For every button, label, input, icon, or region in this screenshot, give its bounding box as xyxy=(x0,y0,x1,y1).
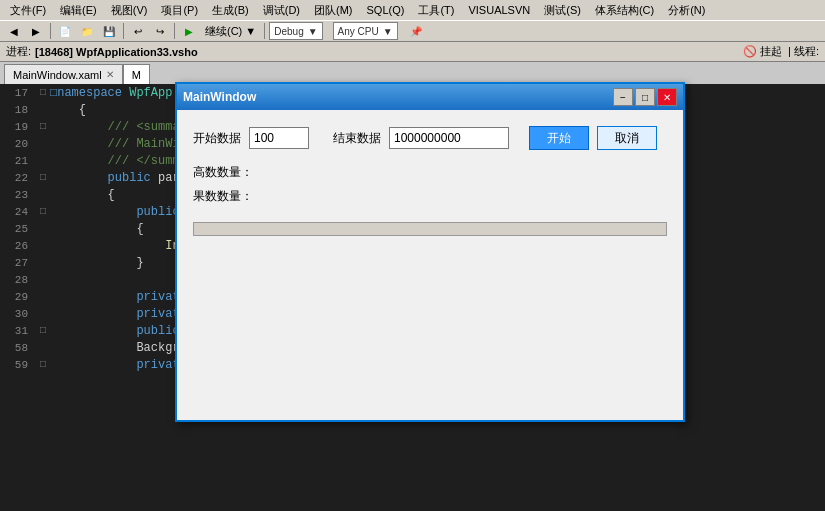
prime-count-label: 高数数量： xyxy=(193,164,253,181)
cancel-button[interactable]: 取消 xyxy=(597,126,657,150)
progress-area xyxy=(193,222,667,236)
prime-count-row: 高数数量： xyxy=(193,162,667,182)
even-count-label: 果数数量： xyxy=(193,188,253,205)
end-data-label: 结束数据 xyxy=(333,130,381,147)
dialog-content: 开始数据 结束数据 开始 取消 高数数量： 果数数量： xyxy=(177,110,683,246)
end-data-input[interactable] xyxy=(389,127,509,149)
dialog-overlay: MainWindow − □ ✕ 开始数据 结束数据 开始 取消 高数数量： xyxy=(0,0,825,511)
dialog-minimize-button[interactable]: − xyxy=(613,88,633,106)
even-count-row: 果数数量： xyxy=(193,186,667,206)
start-data-input[interactable] xyxy=(249,127,309,149)
dialog-title: MainWindow xyxy=(183,90,256,104)
dialog-close-button[interactable]: ✕ xyxy=(657,88,677,106)
dialog-controls: − □ ✕ xyxy=(613,88,677,106)
dialog-maximize-button[interactable]: □ xyxy=(635,88,655,106)
dialog-titlebar: MainWindow − □ ✕ xyxy=(177,84,683,110)
main-window-dialog: MainWindow − □ ✕ 开始数据 结束数据 开始 取消 高数数量： xyxy=(175,82,685,422)
form-row-inputs: 开始数据 结束数据 开始 取消 xyxy=(193,126,667,150)
start-button[interactable]: 开始 xyxy=(529,126,589,150)
start-data-label: 开始数据 xyxy=(193,130,241,147)
